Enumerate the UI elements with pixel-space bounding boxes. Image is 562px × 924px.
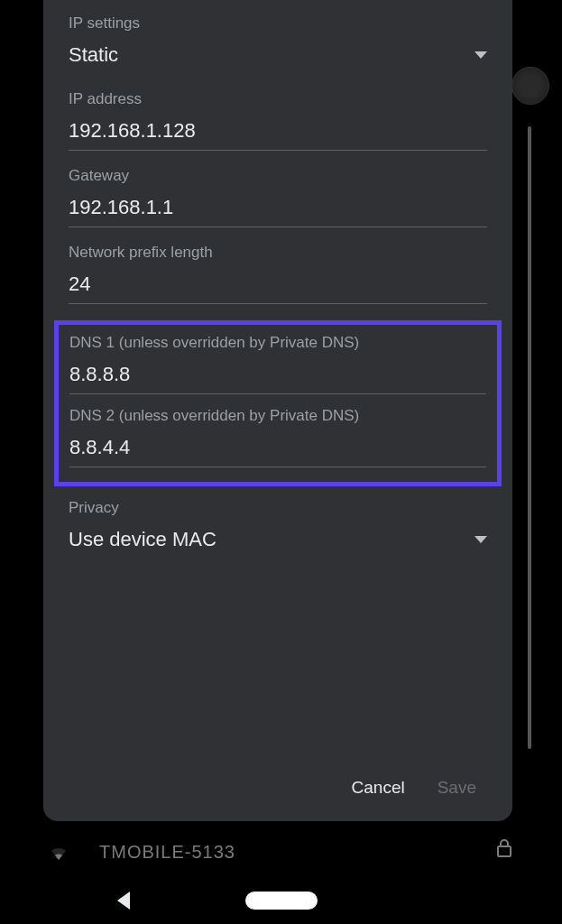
chevron-down-icon [474, 51, 487, 59]
home-gesture-pill[interactable] [245, 892, 318, 910]
chevron-down-icon [474, 536, 487, 543]
scroll-indicator [528, 126, 531, 749]
dialog-form: IP settings Static IP address Gateway Ne… [69, 14, 487, 762]
privacy-value: Use device MAC [69, 528, 217, 551]
dialog-button-row: Cancel Save [69, 762, 487, 810]
ip-settings-field: IP settings Static [69, 14, 487, 74]
ip-address-label: IP address [69, 90, 487, 108]
network-settings-dialog: IP settings Static IP address Gateway Ne… [43, 0, 512, 821]
privacy-select[interactable]: Use device MAC [69, 528, 487, 559]
wifi-icon [45, 841, 72, 863]
ip-address-input[interactable] [69, 119, 487, 151]
wifi-network-row[interactable]: TMOBILE-5133 [45, 841, 235, 863]
dns1-label: DNS 1 (unless overridden by Private DNS) [69, 334, 486, 352]
privacy-field: Privacy Use device MAC [69, 499, 487, 559]
privacy-label: Privacy [69, 499, 487, 517]
ip-settings-select[interactable]: Static [69, 43, 487, 74]
svg-rect-0 [498, 846, 511, 856]
save-button[interactable]: Save [434, 772, 480, 803]
ip-settings-value: Static [69, 43, 118, 67]
wifi-network-name: TMOBILE-5133 [99, 842, 235, 863]
ip-address-field: IP address [69, 90, 487, 151]
dns-highlight-annotation: DNS 1 (unless overridden by Private DNS)… [54, 320, 502, 486]
dns2-field: DNS 2 (unless overridden by Private DNS) [69, 407, 486, 467]
back-icon[interactable] [117, 892, 130, 910]
prefix-field: Network prefix length [69, 244, 487, 304]
prefix-label: Network prefix length [69, 244, 487, 262]
gateway-input[interactable] [69, 196, 487, 227]
dns1-field: DNS 1 (unless overridden by Private DNS) [69, 334, 486, 394]
gateway-field: Gateway [69, 167, 487, 227]
status-badge-icon [511, 67, 549, 105]
prefix-input[interactable] [69, 273, 487, 304]
gateway-label: Gateway [69, 167, 487, 185]
dns1-input[interactable] [69, 363, 486, 394]
lock-icon [493, 837, 515, 859]
cancel-button[interactable]: Cancel [348, 772, 409, 803]
system-nav-bar [0, 877, 562, 924]
dns2-input[interactable] [69, 436, 486, 467]
ip-settings-label: IP settings [69, 14, 487, 32]
dns2-label: DNS 2 (unless overridden by Private DNS) [69, 407, 486, 425]
